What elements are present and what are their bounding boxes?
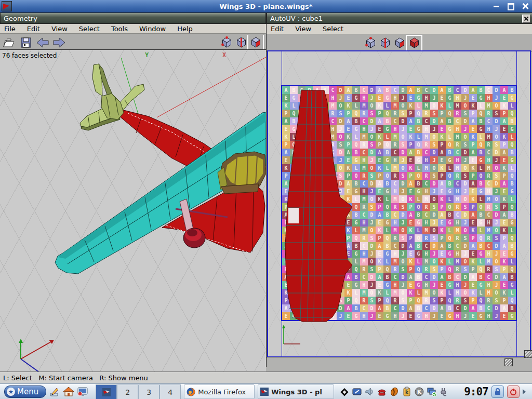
texture-tile: D (337, 180, 344, 188)
texture-tile: P (344, 234, 352, 242)
texture-tile: B (290, 180, 298, 188)
texture-tile: R (298, 110, 305, 117)
autouv-face-mode-icon[interactable] (392, 36, 407, 50)
forward-icon[interactable] (52, 35, 66, 50)
texture-tile: G (321, 250, 329, 258)
geometry-menu-file[interactable]: File (0, 25, 23, 33)
texture-tile: O (430, 227, 438, 234)
texture-tile: Q (415, 297, 422, 304)
texture-tile: R (454, 234, 461, 242)
autouv-vertex-mode-icon[interactable] (363, 36, 378, 50)
texture-tile: L (321, 289, 329, 297)
geometry-menu-help[interactable]: Help (173, 25, 200, 33)
geometry-titlebar[interactable]: Geometry (0, 12, 266, 24)
task-button-wings[interactable]: Wings 3D - pl (258, 384, 334, 399)
texture-tile: G (352, 156, 360, 164)
open-icon[interactable] (2, 35, 17, 50)
geometry-menu-window[interactable]: Window (135, 25, 173, 33)
geometry-edge-mode-icon[interactable] (234, 35, 248, 49)
window-resize-grip[interactable] (524, 350, 532, 358)
geometry-vertex-mode-icon[interactable] (219, 35, 234, 49)
kde-menu-button[interactable]: ★ Menu (4, 385, 46, 398)
geometry-viewport[interactable]: YX 76 faces selected (0, 49, 266, 372)
close-button[interactable] (522, 3, 529, 10)
texture-tile: L (321, 164, 329, 172)
lock-button[interactable] (491, 385, 504, 398)
autouv-titlebar[interactable]: AutoUV : cube1 (267, 12, 532, 24)
texture-tile: G (446, 156, 454, 164)
texture-tile: D (461, 86, 469, 94)
autouv-menu-edit[interactable]: Edit (267, 25, 291, 33)
menu-button-label: Menu (17, 387, 38, 396)
geometry-menu-select[interactable]: Select (75, 25, 107, 33)
minimize-button[interactable] (493, 3, 500, 10)
pager-desktop-2[interactable]: 2 (117, 384, 138, 399)
texture-tile: H (329, 125, 337, 133)
autouv-resize-grip[interactable] (504, 358, 513, 366)
texture-tile: G (415, 281, 422, 289)
klipper-tray-icon[interactable]: k (402, 387, 412, 397)
autouv-edge-mode-icon[interactable] (378, 36, 392, 50)
texture-tile: E (407, 250, 415, 258)
texture-tile: C (298, 149, 305, 156)
pager-desktop-1[interactable] (96, 384, 117, 399)
autouv-menu-view[interactable]: View (291, 25, 318, 33)
texture-tile: G (415, 219, 422, 227)
texture-tile: K (438, 133, 446, 141)
texture-tile: L (352, 164, 360, 172)
panel-expand-icon[interactable] (523, 389, 526, 394)
texture-tile: J (337, 94, 344, 102)
texture-tile: L (352, 227, 360, 234)
geometry-menu-tools[interactable]: Tools (107, 25, 135, 33)
window-titlebar[interactable]: Wings 3D - plane.wings* (0, 0, 532, 13)
texture-tile: B (415, 180, 422, 188)
save-icon[interactable] (19, 35, 33, 50)
display-icon[interactable] (77, 386, 88, 397)
texture-tile: H (391, 281, 399, 289)
texture-tile: B (383, 86, 391, 94)
texture-tile: L (508, 289, 516, 297)
pencil-icon[interactable] (49, 386, 60, 397)
autouv-close-icon[interactable] (522, 15, 530, 23)
texture-tile: H (422, 219, 430, 227)
display-tray-icon[interactable] (352, 387, 362, 397)
autouv-menu-select[interactable]: Select (318, 25, 351, 33)
geometry-face-mode-icon[interactable] (248, 35, 263, 49)
texture-tile: C (485, 149, 493, 156)
texture-tile: E (469, 188, 477, 195)
texture-tile: P (344, 141, 352, 149)
task-button-firefox[interactable]: Mozilla Firefox (184, 384, 255, 399)
texture-tile: H (454, 219, 461, 227)
texture-tile: P (438, 203, 446, 211)
texture-tile: M (360, 195, 368, 203)
maximize-button[interactable] (507, 3, 514, 10)
screens-tray-icon[interactable] (427, 387, 437, 397)
shutdown-button[interactable] (507, 385, 520, 398)
texture-tile: G (508, 156, 516, 164)
texture-tile: E (282, 281, 290, 289)
texture-tile: L (446, 102, 454, 110)
home-icon[interactable] (63, 386, 74, 397)
texture-tile: J (399, 125, 407, 133)
geometry-menu-view[interactable]: View (47, 25, 75, 33)
pager-desktop-4[interactable]: 4 (159, 384, 181, 399)
geometry-menu-edit[interactable]: Edit (23, 25, 47, 33)
texture-tile: Q (477, 234, 485, 242)
texture-tile: Q (290, 297, 298, 304)
autouv-body-mode-icon[interactable] (407, 36, 421, 50)
kcircle-tray-icon[interactable]: K (414, 387, 424, 397)
plug-tray-icon[interactable] (439, 387, 449, 397)
texture-tile: E (344, 312, 352, 320)
autouv-viewport[interactable]: ABCDABCDABCDABCDABCDABCDABCDABEGHJEGHJEG… (267, 50, 531, 357)
phone-tray-icon[interactable] (377, 387, 387, 397)
texture-tile: C (298, 117, 305, 125)
back-icon[interactable] (35, 35, 50, 50)
diamond-tray-icon[interactable] (339, 387, 350, 397)
texture-tile: K (500, 164, 508, 172)
texture-tile: M (298, 289, 305, 297)
texture-tile: S (337, 110, 344, 117)
texture-tile: O (399, 195, 407, 203)
pager-desktop-3[interactable]: 3 (138, 384, 159, 399)
volume-tray-icon[interactable] (364, 387, 375, 397)
bean-tray-icon[interactable] (389, 387, 400, 397)
